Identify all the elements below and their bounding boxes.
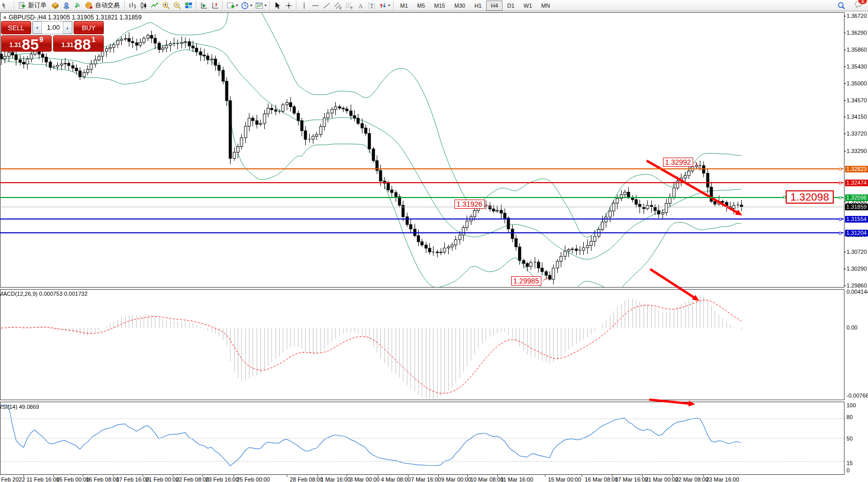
templates-icon[interactable] (254, 1, 265, 11)
indicators-icon[interactable] (225, 1, 236, 11)
search-icon[interactable] (836, 1, 847, 11)
arrows-tool-icon[interactable] (377, 1, 389, 11)
sell-price-big: 85 (22, 38, 39, 51)
toolbar-separator (14, 1, 15, 10)
text-tool-icon[interactable] (355, 1, 366, 11)
price-tick-label: 1.30290 (847, 266, 867, 272)
chat-icon[interactable]: 1 (854, 0, 863, 11)
toolbar-separator (296, 1, 297, 10)
timeframe-button-h1[interactable]: H1 (470, 1, 486, 11)
volume-value[interactable]: 1.00 (42, 21, 63, 34)
hline-level-1.31859[interactable] (0, 207, 843, 207)
timeframe-button-h4[interactable]: H4 (486, 1, 502, 11)
zoom-in-icon[interactable] (161, 1, 172, 11)
macd-axis-zero: 0.00 (847, 324, 857, 331)
buy-price-big: 88 (74, 38, 91, 51)
one-click-trade-panel: SELL ▼ 1.00 ▲ BUY 1.31 85 9 1.31 88 1 (1, 21, 104, 52)
hline-level-1.31204[interactable] (0, 232, 843, 233)
tile-windows-icon[interactable] (183, 1, 194, 11)
notification-badge[interactable]: 1 (858, 0, 867, 4)
timeframe-button-m5[interactable]: M5 (413, 1, 429, 11)
chart-title: GBPUSD-,H4 1.31905 1.31905 1.31821 1.318… (4, 14, 142, 21)
fibonacci-tool-icon[interactable] (344, 1, 355, 11)
buy-price-prefix: 1.31 (61, 41, 73, 49)
macd-label: MACD(12,26,9) 0.000753 0.001732 (0, 291, 87, 297)
volume-increase-button[interactable]: ▲ (63, 21, 72, 34)
zoom-out-icon[interactable] (172, 1, 183, 11)
text-label-tool-icon[interactable] (366, 1, 377, 11)
toolbar-separator (269, 1, 270, 10)
templates-dropdown-caret[interactable]: ▼ (264, 4, 267, 7)
timeframe-button-w1[interactable]: W1 (519, 1, 537, 11)
channel-tool-icon[interactable] (332, 1, 344, 11)
line-anchor-handle[interactable] (839, 218, 841, 221)
rsi-axis-15: 15 (847, 460, 853, 466)
autotrade-label[interactable]: 自动交易 (95, 1, 120, 10)
cursor-tool-icon[interactable] (272, 1, 283, 11)
package-icon[interactable] (50, 1, 61, 11)
toolbar-separator (393, 1, 394, 10)
trendline-tool-icon[interactable] (321, 1, 332, 11)
sell-button[interactable]: SELL (1, 21, 31, 34)
price-tick-label: 1.34150 (847, 114, 867, 120)
rsi-axis-50: 50 (847, 435, 853, 442)
toolbar-separator (222, 1, 223, 10)
autotrade-icon[interactable] (83, 1, 95, 11)
sell-price-sup: 9 (39, 35, 43, 43)
signal-icon[interactable] (72, 1, 83, 11)
timeframe-button-d1[interactable]: D1 (502, 1, 519, 11)
rsi-axis-80: 80 (847, 414, 853, 420)
vertical-line-tool-icon[interactable] (299, 1, 310, 11)
arrows-dropdown-caret[interactable]: ▼ (387, 4, 391, 7)
price-tag-1.31554: 1.31554 (845, 216, 868, 223)
profile-icon[interactable] (61, 1, 72, 11)
periods-icon[interactable] (239, 1, 250, 11)
volume-decrease-button[interactable]: ▼ (33, 21, 42, 34)
timeframe-button-mn[interactable]: MN (537, 1, 555, 11)
hline-level-1.32098[interactable] (0, 197, 843, 198)
sell-price-box[interactable]: 1.31 85 9 (1, 35, 52, 52)
timeframe-button-m15[interactable]: M15 (429, 1, 449, 11)
price-tick-label: 1.30720 (847, 249, 867, 255)
line-anchor-handle[interactable] (839, 182, 841, 184)
buy-button[interactable]: BUY (74, 21, 104, 34)
line-chart-icon[interactable] (149, 1, 161, 11)
auto-scroll-icon[interactable] (198, 1, 210, 11)
macd-axis-min: -0.007664 (847, 392, 868, 399)
price-callout-1.29985[interactable]: 1.29985 (511, 276, 541, 286)
hline-level-1.32823[interactable] (0, 168, 843, 169)
price-tick-label: 1.36290 (847, 30, 867, 36)
periods-dropdown-caret[interactable]: ▼ (249, 4, 253, 7)
price-tick-label: 1.34570 (847, 97, 867, 103)
price-tick-label: 1.29860 (847, 282, 867, 289)
horizontal-line-tool-icon[interactable] (310, 1, 321, 11)
price-tick-label: 1.35860 (847, 47, 867, 53)
hline-level-1.31554[interactable] (0, 218, 843, 220)
line-anchor-handle[interactable] (839, 196, 841, 199)
price-tick-label: 1.35000 (847, 80, 867, 86)
timeframe-button-m1[interactable]: M1 (396, 1, 413, 11)
crosshair-tool-icon[interactable] (283, 1, 294, 11)
hline-level-1.32474[interactable] (0, 182, 843, 183)
rsi-label: RSI(14) 49.0869 (0, 404, 39, 410)
new-order-icon[interactable] (16, 1, 28, 11)
price-tick-label: 1.33290 (847, 148, 867, 154)
volume-spinner: ▼ 1.00 ▲ (32, 21, 73, 34)
new-order-label[interactable]: 新订单 (28, 1, 47, 10)
price-callout-1.31926[interactable]: 1.31926 (454, 200, 485, 209)
price-callout-big[interactable]: 1.32098 (786, 190, 834, 204)
price-callout-1.32992[interactable]: 1.32992 (663, 158, 693, 167)
rsi-level-80 (1, 419, 844, 419)
buy-price-box[interactable]: 1.31 88 1 (53, 35, 104, 52)
sell-price-prefix: 1.31 (9, 41, 21, 49)
indicators-dropdown-caret[interactable]: ▼ (235, 4, 239, 7)
chart-canvas[interactable] (0, 0, 868, 482)
bar-chart-icon[interactable] (127, 1, 138, 11)
price-tag-1.32474: 1.32474 (845, 180, 868, 186)
line-anchor-handle[interactable] (839, 168, 841, 170)
chart-shift-icon[interactable] (210, 1, 221, 11)
rsi-level-15 (1, 461, 844, 462)
timeframe-button-m30[interactable]: M30 (450, 1, 470, 11)
line-anchor-handle[interactable] (839, 232, 841, 234)
candlestick-chart-icon[interactable] (138, 1, 149, 11)
